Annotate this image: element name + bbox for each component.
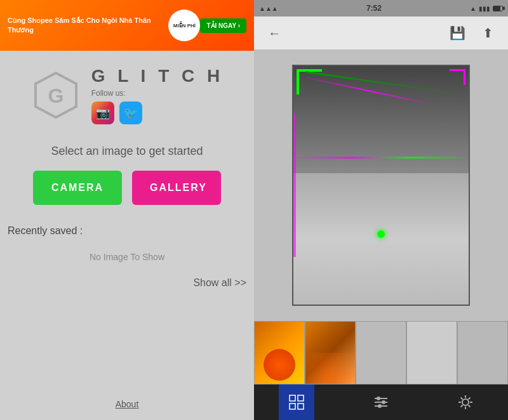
nav-grid-button[interactable]: [279, 384, 314, 420]
thumb-2-glow: [305, 353, 355, 384]
battery-icon: [493, 6, 503, 11]
instagram-icon[interactable]: 📷: [91, 102, 114, 124]
svg-point-11: [378, 404, 382, 408]
grid-icon: [288, 393, 305, 411]
app-title: G L I T C H: [91, 66, 224, 86]
svg-rect-4: [290, 404, 295, 409]
svg-point-10: [382, 400, 385, 404]
about-link[interactable]: About: [116, 399, 139, 409]
signal-icon: ▲▲▲: [259, 5, 278, 12]
recently-saved-label: Recently saved :: [8, 225, 83, 236]
recently-saved-section: Recently saved :: [0, 225, 254, 237]
toolbar-right-icons: 💾 ⬆: [447, 23, 498, 43]
thumbnail-5[interactable]: [457, 321, 508, 384]
share-button[interactable]: ⬆: [478, 23, 498, 43]
thumbnail-1[interactable]: [254, 321, 305, 384]
left-panel: Cùng Shopee Săm Sắc Cho Ngôi Nhà Thân Th…: [0, 0, 254, 420]
select-image-text: Select an image to get started: [51, 145, 203, 158]
right-panel: ▲▲▲ 7:52 ▲ ▮▮▮ ← 💾 ⬆: [254, 0, 508, 420]
ad-download-button[interactable]: TẢI NGAY ›: [200, 18, 246, 33]
logo-right: G L I T C H Follow us: 📷 🐦: [91, 66, 224, 124]
wifi-icon: ▲: [470, 5, 476, 12]
brightness-icon: [457, 393, 474, 411]
hexagon-logo: G: [30, 70, 81, 121]
sliders-icon: [372, 393, 390, 411]
social-icons: 📷 🐦: [91, 102, 224, 124]
status-time-right: 7:52: [366, 4, 382, 13]
save-button[interactable]: 💾: [447, 23, 467, 43]
glitch-divider-line: [293, 157, 469, 159]
action-buttons: CAMERA GALLERY: [33, 171, 221, 205]
main-image-area: [254, 49, 508, 321]
thumbnail-3[interactable]: [356, 321, 406, 384]
thumbnails-row: [254, 321, 508, 384]
camera-button[interactable]: CAMERA: [33, 171, 122, 205]
twitter-icon[interactable]: 🐦: [119, 102, 142, 124]
magenta-left-edge: [293, 114, 296, 257]
nav-brightness-button[interactable]: [448, 384, 483, 420]
thumbnail-2[interactable]: [305, 321, 356, 384]
show-all-button[interactable]: Show all >>: [193, 277, 246, 289]
status-icons-right-left: ▲▲▲: [259, 5, 278, 12]
svg-line-17: [461, 398, 463, 400]
status-icons-right-right: ▲ ▮▮▮: [470, 5, 503, 12]
svg-point-9: [377, 397, 380, 400]
glitch-image: [292, 65, 470, 306]
show-all-area: Show all >>: [0, 277, 254, 289]
magenta-corner-tr: [450, 69, 465, 85]
svg-text:G: G: [48, 84, 64, 107]
svg-line-20: [461, 405, 463, 407]
logo-area: G G L I T C H Follow us: 📷 🐦: [30, 66, 224, 124]
status-bar-right: ▲▲▲ 7:52 ▲ ▮▮▮: [254, 0, 508, 16]
svg-rect-2: [290, 395, 295, 401]
svg-rect-3: [298, 395, 304, 401]
svg-line-18: [469, 405, 471, 407]
top-toolbar: ← 💾 ⬆: [254, 16, 508, 49]
nav-sliders-button[interactable]: [363, 384, 399, 420]
svg-point-12: [462, 399, 469, 405]
about-area: About: [116, 398, 139, 410]
ad-badge-text: MIỄN PHÍ: [173, 23, 196, 29]
lower-wall-layer: [293, 173, 469, 305]
thumbnail-4[interactable]: [406, 321, 457, 384]
ad-badge: MIỄN PHÍ: [168, 10, 200, 41]
svg-rect-5: [298, 404, 304, 409]
gallery-button[interactable]: GALLERY: [132, 171, 221, 205]
signal-bars-icon: ▮▮▮: [479, 5, 490, 12]
no-image-text: No Image To Show: [0, 252, 254, 262]
thumb-circle-1: [264, 349, 295, 381]
svg-line-19: [469, 398, 471, 400]
follow-label: Follow us:: [91, 89, 224, 98]
bottom-nav: [254, 384, 508, 420]
ad-text: Cùng Shopee Săm Sắc Cho Ngôi Nhà Thân Th…: [8, 16, 168, 36]
ad-banner[interactable]: Cùng Shopee Săm Sắc Cho Ngôi Nhà Thân Th…: [0, 0, 254, 51]
back-button[interactable]: ←: [264, 23, 284, 43]
